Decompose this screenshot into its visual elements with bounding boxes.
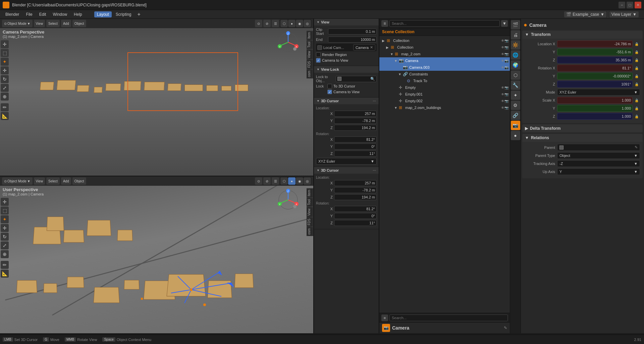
viewport-top-view-btn[interactable]: View [34,20,45,27]
item-tab-b[interactable]: Item [307,188,313,197]
render-region-checkbox[interactable] [316,52,321,57]
osm-tab-b[interactable]: osm [307,227,313,236]
cursor-rz-value[interactable]: 11° [334,151,377,157]
close-button[interactable]: ✕ [635,2,641,8]
camera-eye[interactable]: 👁 [501,59,504,63]
empty-render[interactable]: 📷 [504,86,508,90]
viewport-top-object-btn[interactable]: Object [72,20,86,27]
select-tool-btn-b[interactable]: ⬚ [1,207,9,215]
cursor-panel-more-btn[interactable]: ⋯ [373,99,376,103]
rotation-y-lock[interactable]: 🔒 [635,74,640,78]
view-lock-header[interactable]: ▼ View Lock [314,66,379,73]
transform-tool-btn[interactable]: ⊕ [1,93,9,101]
viewport-bottom-overlay-toggle[interactable]: ⊘ [263,177,271,185]
cursor-tool-btn-b[interactable]: ✛ [1,198,9,206]
location-z-value[interactable]: 35.365 m [557,57,633,63]
parent-eyedropper[interactable]: ✎ [635,145,638,150]
scale-y-lock[interactable]: 🔒 [635,107,640,110]
window-menu[interactable]: Window [50,11,70,17]
viewport-top-xray-toggle[interactable]: ☰ [272,20,279,27]
tree-item-constraints[interactable]: ▼ 🔗 Constraints [379,71,510,77]
viewport-bottom-select-btn[interactable]: Select [46,177,60,185]
select-tool-btn[interactable]: ⬚ [1,49,9,57]
fds-tab-b[interactable]: FDS [307,217,313,227]
delta-transform-header[interactable]: ▶ Delta Transform [522,124,643,132]
transform-tool-btn-b[interactable]: ⊕ [1,250,9,258]
cursor-by-value[interactable]: -78.2 m [334,187,377,193]
prop-tab-scene[interactable]: 🌐 [511,50,520,60]
buildings-render[interactable]: 📷 [504,106,508,110]
edit-menu[interactable]: Edit [37,11,49,17]
layout-tab[interactable]: Layout [94,11,112,17]
cursor-bx-value[interactable]: 257 m [334,180,377,186]
scale-tool-btn-b[interactable]: ⤢ [1,241,9,249]
camera-to-view-checkbox[interactable]: ✓ [316,58,321,63]
buildings-eye[interactable]: 👁 [501,106,504,110]
scene-selector[interactable]: 🎬 Example_case ▼ [564,11,606,17]
cam003-render[interactable]: 📷 [504,66,508,69]
empty002-render[interactable]: 📷 [504,99,508,103]
map-eye[interactable]: 👁 [501,52,504,56]
collection-sub-eye[interactable]: 👁 [501,46,504,49]
blender-menu[interactable]: Blender [3,11,22,17]
collection-render-icon[interactable]: 📷 [504,39,508,43]
cursor-panel-bottom-header[interactable]: ▼ 3D Cursor ⋯ [314,167,379,174]
scale-z-value[interactable]: 1.000 [557,113,633,120]
location-z-lock[interactable]: 🔒 [635,58,640,62]
parent-type-dropdown[interactable]: Object ▼ [557,152,640,159]
cursor-rx-value[interactable]: 81.2° [334,136,377,142]
empty001-render[interactable]: 📷 [504,93,508,96]
view-tab-btn-b[interactable]: View [307,207,313,217]
viewport-top-mode-selector[interactable]: ⊙ Object Mode ▼ [2,20,33,27]
prop-tab-constraints[interactable]: 🔗 [511,111,520,120]
relations-section-header[interactable]: ▼ Relations [522,134,643,142]
viewport-top-select-menu[interactable]: Select [46,20,60,27]
rotation-z-lock[interactable]: 🔒 [635,82,640,86]
parent-input[interactable]: ✎ [557,144,640,151]
measure-tool-btn-b[interactable]: 📐 [1,270,9,278]
tree-item-map[interactable]: ▼ ⊞ map_2.osm 👁 📷 [379,51,510,57]
prop-mode-btn[interactable]: ≡ [381,314,388,321]
local-cam-value[interactable]: Camera ✕ [353,44,375,51]
scale-x-value[interactable]: 1.000 [557,97,633,104]
location-y-lock[interactable]: 🔒 [635,50,640,54]
viewport-bottom[interactable]: ⊙ Object Mode ▼ View Select Add Object ⊙… [0,176,314,333]
osm-tab[interactable]: osm [307,69,313,78]
lock-obj-eyedropper[interactable]: 🔍 [370,77,375,81]
view-layer-selector[interactable]: View Layer ▼ [609,11,639,17]
fds-tab[interactable]: FDS [307,59,313,69]
empty-eye[interactable]: 👁 [501,86,504,90]
help-menu[interactable]: Help [71,11,85,17]
scale-x-lock[interactable]: 🔒 [635,99,640,102]
cursor-brz-value[interactable]: 11° [334,220,377,226]
move-tool-btn[interactable]: ✛ [1,66,9,74]
cursor-brx-value[interactable]: 81.2° [334,206,377,212]
cam003-eye[interactable]: 👁 [501,66,504,69]
scale-tool-btn[interactable]: ⤢ [1,84,9,92]
prop-camera-icon-btn[interactable]: 📷 [382,324,390,332]
cursor-panel-bottom-more[interactable]: ⋯ [373,169,376,172]
local-cam-x[interactable]: ✕ [370,45,373,50]
collection-eye-icon[interactable]: 👁 [501,39,504,43]
rotation-z-value[interactable]: 1091° [557,81,633,88]
tree-item-camera[interactable]: ▼ 📷 Camera 👁 📷 [379,57,510,64]
viewport-top[interactable]: ⊙ Object Mode ▼ View Blender Select Add … [0,19,314,176]
outliner-type-selector[interactable]: ≡ [381,20,388,27]
viewport-top-gizmo-toggle[interactable]: ⊙ [255,20,262,27]
minimize-button[interactable]: − [619,2,625,8]
cursor-tool-btn[interactable]: ✛ [1,40,9,48]
render-mode-btn[interactable]: ◎ [304,20,311,27]
annotate-tool-btn[interactable]: ✏ [1,103,9,111]
prop-tab-object[interactable]: ⬡ [511,70,520,80]
tree-scene-collection[interactable]: ▶ ⊞ Collection 👁 📷 [379,37,510,44]
prop-tab-data-active[interactable]: 📷 [511,121,520,130]
material-mode-btn[interactable]: ◉ [296,20,303,27]
tree-item-collection[interactable]: ▶ ⊞ Collection 👁 📷 [379,44,510,51]
outliner-search-input[interactable] [389,20,500,27]
viewport-bottom-xray-toggle[interactable]: ☰ [272,177,279,185]
lock-to-obj-input[interactable]: 🔍 [336,76,377,82]
viewport-bottom-gizmo-toggle[interactable]: ⊙ [255,177,262,185]
lock-3d-cursor-checkbox[interactable] [327,84,332,89]
scale-y-value[interactable]: 1.000 [557,105,633,112]
rotation-y-value[interactable]: -0.000002° [557,73,633,79]
